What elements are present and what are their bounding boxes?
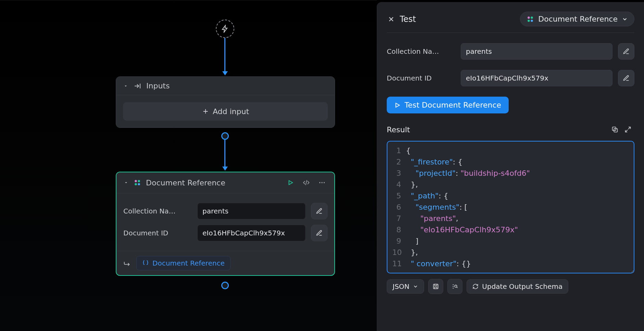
arrowhead-icon <box>222 71 228 75</box>
result-label: Result <box>387 125 410 134</box>
edit-collection-button[interactable] <box>311 203 327 219</box>
output-port[interactable] <box>221 282 229 289</box>
node-document-reference[interactable]: Document Reference Collection Na… parent… <box>116 172 335 276</box>
chevron-down-icon <box>622 16 628 22</box>
save-output-button[interactable] <box>428 279 443 294</box>
node-header[interactable]: Document Reference <box>116 172 334 193</box>
output-type-label: Document Reference <box>152 259 225 267</box>
format-label: JSON <box>393 282 409 291</box>
play-icon <box>394 102 400 108</box>
json-line: 7 "parents", <box>392 213 629 224</box>
copy-result-button[interactable] <box>608 123 621 136</box>
svg-rect-13 <box>434 284 438 289</box>
close-panel-button[interactable] <box>387 15 396 24</box>
plus-icon <box>202 108 209 115</box>
field-label-docid: Document ID <box>387 74 455 82</box>
json-line: 5 "_path": { <box>392 190 629 201</box>
svg-point-1 <box>138 180 140 182</box>
node-inputs[interactable]: Inputs Add input <box>116 76 335 128</box>
update-schema-label: Update Output Schema <box>482 282 562 291</box>
edit-collection-button[interactable] <box>618 43 634 60</box>
run-test-button[interactable]: Test Document Reference <box>387 97 509 113</box>
svg-point-6 <box>324 182 325 183</box>
bolt-icon <box>221 25 229 33</box>
field-label-collection: Collection Na… <box>387 47 455 56</box>
field-label-collection: Collection Na… <box>123 207 192 215</box>
inspect-output-button[interactable] <box>447 279 462 294</box>
arrowhead-icon <box>222 167 228 171</box>
svg-point-10 <box>531 20 533 22</box>
json-line: 10 }, <box>392 247 629 258</box>
node-title: Document Reference <box>146 179 225 187</box>
node-title: Inputs <box>146 82 170 90</box>
docid-input[interactable]: eIo16HFbCapClh9x579x <box>461 70 612 86</box>
edit-docid-button[interactable] <box>618 70 634 86</box>
braces-icon <box>142 260 149 267</box>
refresh-icon <box>472 283 479 290</box>
json-line: 11 " converter": {} <box>392 258 629 269</box>
run-node-button[interactable] <box>285 177 296 188</box>
docid-value[interactable]: eIo16HFbCapClh9x579x <box>197 225 306 241</box>
json-line: 2 "_firestore": { <box>392 156 629 168</box>
collection-value[interactable]: parents <box>197 203 306 219</box>
add-input-button[interactable]: Add input <box>123 102 328 121</box>
edit-docid-button[interactable] <box>311 225 327 241</box>
run-test-label: Test Document Reference <box>405 101 501 109</box>
svg-point-9 <box>528 20 530 22</box>
svg-point-5 <box>321 182 323 183</box>
json-line: 9 ] <box>392 235 629 247</box>
format-selector[interactable]: JSON <box>387 279 424 294</box>
svg-point-14 <box>455 285 457 287</box>
add-input-label: Add input <box>213 107 249 116</box>
json-line: 8 "eIo16HFbCapClh9x579x" <box>392 224 629 235</box>
json-line: 3 "projectId": "buildship-s4ofd6" <box>392 168 629 179</box>
update-schema-button[interactable]: Update Output Schema <box>467 279 568 294</box>
svg-point-3 <box>138 183 140 185</box>
test-panel: Test Document Reference Collection Na… p… <box>377 2 644 331</box>
node-output-row: Document Reference <box>116 251 334 275</box>
chevron-down-icon <box>413 284 418 289</box>
code-button[interactable] <box>301 177 312 188</box>
trigger-node[interactable] <box>216 20 234 38</box>
svg-point-4 <box>319 182 321 183</box>
return-icon <box>123 259 131 267</box>
field-label-docid: Document ID <box>123 229 192 237</box>
json-line: 6 "segments": [ <box>392 201 629 213</box>
result-json-viewer[interactable]: 1{2 "_firestore": {3 "projectId": "build… <box>387 141 634 273</box>
node-selector-label: Document Reference <box>538 15 618 23</box>
edge <box>224 38 225 71</box>
node-selector-dropdown[interactable]: Document Reference <box>520 12 634 26</box>
expand-result-button[interactable] <box>621 123 634 136</box>
chevron-down-icon <box>123 180 129 185</box>
svg-point-7 <box>528 16 530 19</box>
output-port[interactable] <box>221 132 229 140</box>
json-line: 1{ <box>392 145 629 156</box>
svg-point-8 <box>531 16 533 19</box>
firestore-icon <box>134 179 141 186</box>
inputs-arrow-icon <box>133 82 141 90</box>
node-header[interactable]: Inputs <box>116 77 335 95</box>
more-button[interactable] <box>317 177 327 188</box>
svg-point-2 <box>135 183 137 185</box>
output-type-chip[interactable]: Document Reference <box>136 256 231 270</box>
panel-title: Test <box>400 14 416 24</box>
edge <box>224 140 225 167</box>
collection-input[interactable]: parents <box>461 43 612 60</box>
firestore-icon <box>527 15 534 23</box>
chevron-down-icon <box>123 83 128 89</box>
svg-point-0 <box>135 180 137 182</box>
workflow-canvas[interactable]: Inputs Add input Document Reference <box>0 0 377 331</box>
json-line: 4 }, <box>392 179 629 190</box>
